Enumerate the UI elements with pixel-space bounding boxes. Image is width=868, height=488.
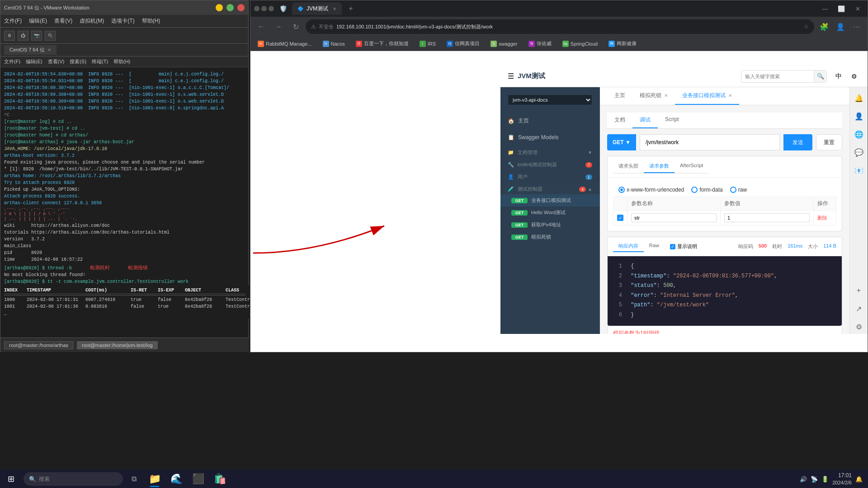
tray-icon-2[interactable]: 📡 <box>811 476 818 483</box>
param-tab-header[interactable]: 请求头部 <box>613 160 644 173</box>
tray-icon-1[interactable]: 🔊 <box>800 476 807 483</box>
inner-menu-terminal[interactable]: 终端(T) <box>92 58 108 65</box>
toolbar-pause[interactable]: ⏸ <box>4 31 15 41</box>
right-icon-1[interactable]: 🔔 <box>852 91 866 105</box>
inner-menu-view[interactable]: 查看(V) <box>48 58 65 65</box>
menu-tab[interactable]: 选项卡(T) <box>111 17 134 25</box>
tab-home[interactable]: 主页 <box>607 87 632 105</box>
reset-button[interactable]: 重置 <box>816 134 842 150</box>
extensions-btn[interactable]: 🧩 <box>817 19 831 34</box>
refresh-button[interactable]: ↻ <box>288 19 303 34</box>
new-tab-button[interactable]: + <box>344 2 357 15</box>
tab-business-close[interactable]: ✕ <box>728 93 732 98</box>
radio-raw[interactable]: raw <box>730 187 747 193</box>
right-icon-external[interactable]: ↗ <box>852 301 866 316</box>
radio-formdata[interactable]: form-data <box>691 187 722 193</box>
tray-icon-3[interactable]: 🔋 <box>821 476 829 483</box>
menu-file[interactable]: 文件(F) <box>4 17 22 25</box>
bookmark-nacos[interactable]: N Nacos <box>319 40 349 48</box>
inner-menu-search[interactable]: 搜索(S) <box>70 58 86 65</box>
bookmark-rabbitmq[interactable]: R RabbitMQ Manage... <box>254 40 316 48</box>
win-min-btn[interactable]: — <box>819 4 831 13</box>
bookmark-star-icon[interactable]: ☆ <box>804 23 809 30</box>
taskbar-arthas[interactable]: root@master:/home/arthas <box>4 341 73 349</box>
url-input[interactable] <box>640 134 780 150</box>
tab-simulate[interactable]: 模拟死锁 ✕ <box>632 87 675 105</box>
bookmark-zhangyouwei[interactable]: 张 张佑威 <box>525 39 555 48</box>
browser-close[interactable] <box>269 6 274 11</box>
param-value-input-1[interactable] <box>724 213 810 222</box>
spec-selector[interactable]: jvm-v3-api-docs <box>508 94 592 105</box>
profile-btn[interactable]: 👤 <box>833 19 848 34</box>
bookmark-wangxin[interactable]: 网 网新健康 <box>605 39 640 48</box>
taskbar-search[interactable]: 🔍 搜索 <box>24 472 123 486</box>
right-icon-settings[interactable]: ⚙ <box>852 319 866 334</box>
bookmark-baidu[interactable]: 百 百度一下，你就知道 <box>352 39 412 48</box>
vm-tab-close[interactable]: ✕ <box>47 47 51 52</box>
menu-edit[interactable]: 编辑(E) <box>29 17 47 25</box>
taskbar-app-explorer[interactable]: 📁 <box>145 470 165 488</box>
toolbar-usb[interactable]: 🔌 <box>45 31 56 41</box>
param-delete-btn-1[interactable]: 删除 <box>817 215 827 221</box>
maximize-button[interactable] <box>226 4 234 11</box>
send-button[interactable]: 发送 <box>783 134 812 150</box>
toolbar-snapshot[interactable]: 📷 <box>31 31 42 41</box>
api-item-ipv4[interactable]: GET 获取IPv4地址 <box>500 219 599 231</box>
right-icon-4[interactable]: 💬 <box>852 145 866 160</box>
menu-icon[interactable]: ☰ <box>508 72 514 80</box>
header-search-input[interactable] <box>741 74 814 79</box>
api-item-deadlock[interactable]: GET 模拟死锁 <box>500 231 599 243</box>
response-tab-content[interactable]: 响应内容 <box>613 241 644 252</box>
api-item-business[interactable]: GET 业务接口模拟测试 <box>500 194 599 206</box>
terminal-area[interactable]: 2024-02-06T16:55:54.030+08:00 INFO 8920 … <box>0 67 248 376</box>
taskbar-jvm-test[interactable]: root@master:/home/jvm-test/log <box>77 341 158 349</box>
search-icon[interactable]: 🔍 <box>814 70 826 83</box>
sidebar-home[interactable]: 🏠 主页 <box>500 113 599 130</box>
sidebar-doc-header[interactable]: 📁 文档管理 ▼ <box>500 145 599 158</box>
header-lang-btn[interactable]: 中 <box>832 70 845 83</box>
clock-area[interactable]: 17:01 2024/2/6 <box>832 472 852 486</box>
win-restore-btn[interactable]: ⬜ <box>835 4 848 13</box>
sidebar-user-header[interactable]: 👤 用户 1 <box>500 170 599 182</box>
tab-simulate-close[interactable]: ✕ <box>664 93 668 98</box>
menu-view[interactable]: 查看(V) <box>54 17 72 25</box>
taskbar-app-store[interactable]: 🛍️ <box>210 470 230 488</box>
sidebar-knife4j-header[interactable]: 🔧 knife4j测试控制器 7 <box>500 158 599 170</box>
inner-menu-edit[interactable]: 编辑(E) <box>26 58 42 65</box>
browser-minimize[interactable] <box>254 6 259 11</box>
taskbar-app-edge[interactable]: 🌊 <box>166 470 186 488</box>
close-button[interactable] <box>237 4 245 11</box>
menu-help[interactable]: 帮助(H) <box>142 17 160 25</box>
right-icon-add[interactable]: + <box>852 283 866 298</box>
header-settings-btn[interactable]: ⚙ <box>848 70 860 83</box>
response-tab-raw[interactable]: Raw <box>644 241 665 252</box>
back-button[interactable]: ← <box>254 19 269 34</box>
bookmark-swagger[interactable]: S swagger <box>487 40 521 48</box>
tray-notification-icon[interactable]: 🔔 <box>855 476 863 483</box>
tab-close-btn[interactable]: ✕ <box>333 6 336 11</box>
browser-tab-jvm[interactable]: 🔷 JVM测试 ✕ <box>292 2 342 15</box>
sidebar-swagger[interactable]: 📋 Swagger Models <box>500 130 599 145</box>
method-selector-btn[interactable]: GET ▼ <box>607 134 636 150</box>
start-button[interactable]: ⊞ <box>0 470 22 488</box>
param-tab-after[interactable]: AfterScript <box>675 160 708 173</box>
vm-tab[interactable]: CentOS 7 64 位 ✕ <box>4 45 57 55</box>
address-bar-container[interactable]: ⚠ 不安全 192.168.100.101:1001/jvm/doc.html#… <box>306 19 814 34</box>
inner-menu-help[interactable]: 帮助(H) <box>113 58 130 65</box>
api-item-helloword[interactable]: GET Hello Word测试 <box>500 206 599 219</box>
detail-tab-doc[interactable]: 文档 <box>607 113 632 128</box>
show-desc-checkbox[interactable] <box>670 244 675 249</box>
bookmark-irs[interactable]: I IRS <box>416 40 439 48</box>
menu-vm[interactable]: 虚拟机(M) <box>80 17 104 25</box>
detail-tab-debug[interactable]: 调试 <box>632 113 658 128</box>
right-icon-3[interactable]: 🌐 <box>852 127 866 141</box>
param-checkbox-1[interactable] <box>617 215 623 221</box>
param-name-input-1[interactable] <box>631 213 717 222</box>
minimize-button[interactable] <box>216 4 223 11</box>
bookmark-xinwang[interactable]: 信 信网真项目 <box>443 39 483 48</box>
task-view-btn[interactable]: ⧉ <box>125 470 143 488</box>
header-search-box[interactable]: 🔍 <box>741 70 827 83</box>
taskbar-app-terminal[interactable]: ⬛ <box>188 470 208 488</box>
show-desc-toggle[interactable]: 显示说明 <box>665 241 703 252</box>
param-tab-query[interactable]: 请求参数 <box>644 160 675 173</box>
